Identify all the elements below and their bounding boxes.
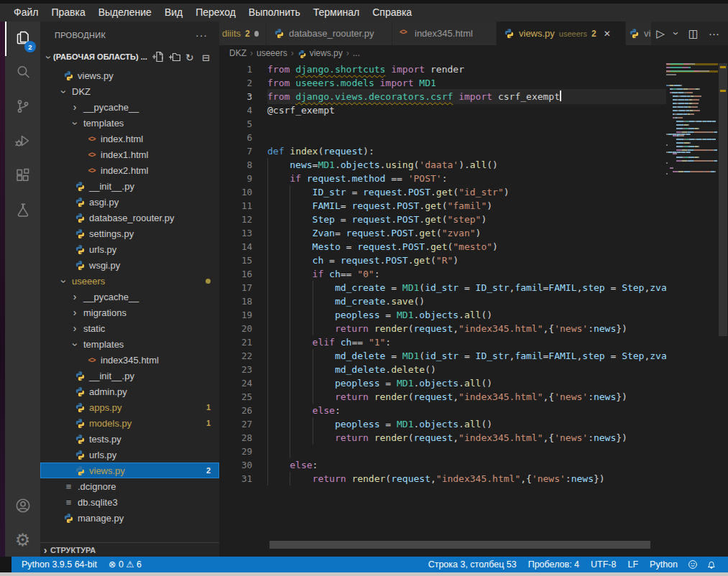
refresh-icon[interactable]: ↻	[185, 51, 197, 62]
tab-views.py[interactable]: views.pyuseeers2✕	[497, 22, 626, 45]
tree-item-models.py[interactable]: models.py1	[40, 415, 219, 431]
code-line-15[interactable]: ch = request.POST.get("R")	[267, 254, 666, 267]
code-line-2[interactable]: from useeers.models import MD1	[267, 76, 666, 90]
new-file-icon[interactable]	[152, 51, 164, 62]
tree-item-urls.py[interactable]: urls.py	[40, 241, 219, 257]
status-problems[interactable]: ⊗ 0 ⚠ 6	[103, 557, 147, 572]
code-editor[interactable]: 1234567891011121314151617181920212223242…	[219, 61, 728, 557]
run-python-file-icon[interactable]: ▷	[656, 28, 665, 39]
status-cursor-position[interactable]: Строка 3, столбец 53	[423, 557, 522, 572]
tree-item-urls.py[interactable]: urls.py	[40, 447, 219, 463]
code-line-16[interactable]: if ch== "0":	[267, 267, 666, 281]
outline-section-header[interactable]: › СТРУКТУРА	[40, 542, 219, 557]
activity-explorer-button[interactable]: 2	[5, 22, 40, 56]
code-line-9[interactable]: if request.method == 'POST':	[267, 172, 666, 185]
tree-item-__pycache__[interactable]: ›__pycache__	[40, 99, 219, 115]
tab-diiits[interactable]: diiits2	[219, 22, 267, 45]
tree-item-__init__.py[interactable]: __init__.py	[40, 178, 219, 194]
activity-run-debug-button[interactable]	[5, 125, 40, 159]
status-encoding[interactable]: UTF-8	[585, 557, 622, 572]
breadcrumb-item-useeers[interactable]: useeers	[257, 48, 287, 58]
menu-item-edit[interactable]: Правка	[45, 4, 91, 22]
code-line-30[interactable]: else:	[267, 458, 666, 472]
code-line-31[interactable]: return render(request,"index345.html",{'…	[267, 472, 666, 486]
code-line-14[interactable]: Mesto = request.POST.get("mesto")	[267, 240, 666, 254]
tree-item-apps.py[interactable]: apps.py1	[40, 399, 219, 415]
menu-item-go[interactable]: Переход	[189, 4, 242, 22]
status-eol[interactable]: LF	[622, 557, 644, 572]
code-line-10[interactable]: ID_str = request.POST.get("id_str")	[267, 185, 666, 199]
tree-item-views.py[interactable]: views.py2	[40, 463, 219, 478]
tree-item-manage.py[interactable]: manage.py	[40, 510, 219, 526]
code-line-13[interactable]: Zvan= request.POST.get("zvan")	[267, 226, 666, 240]
tab-database_roouter.py[interactable]: database_roouter.py	[267, 22, 392, 45]
code-line-17[interactable]: md_create = MD1(id_str = ID_str,famil=FA…	[267, 281, 666, 294]
tree-item-__pycache__[interactable]: ›__pycache__	[40, 289, 219, 305]
code-line-23[interactable]: md_delete.delete()	[267, 363, 666, 376]
code-line-20[interactable]: return render(request,"index345.html",{'…	[267, 322, 666, 335]
workspace-section-header[interactable]: › (РАБОЧАЯ ОБЛАСТЬ) ... ↻⊟	[40, 49, 219, 65]
activity-accounts-button[interactable]	[5, 491, 40, 524]
feedback-icon[interactable]	[683, 557, 702, 572]
code-line-26[interactable]: else:	[267, 404, 666, 417]
code-line-21[interactable]: elif ch== "1":	[267, 335, 666, 349]
menu-item-file[interactable]: Файл	[7, 4, 45, 22]
activity-settings-button[interactable]: ⚙	[5, 524, 40, 557]
code-line-25[interactable]: return render(request,"index345.html",{'…	[267, 390, 666, 404]
code-lines[interactable]: from django.shortcuts import renderfrom …	[267, 62, 666, 486]
tree-item-views.py[interactable]: views.py	[40, 68, 219, 83]
code-line-29[interactable]	[267, 445, 666, 458]
tree-item-.dcignore[interactable]: ≡.dcignore	[40, 478, 219, 494]
tab-index345.html[interactable]: <>index345.html	[392, 22, 497, 45]
activity-extensions-button[interactable]	[5, 159, 40, 194]
tree-item-useeers[interactable]: ›useeers	[40, 273, 219, 289]
tree-item-admin.py[interactable]: admin.py	[40, 384, 219, 399]
breadcrumb-item-DKZ[interactable]: DKZ	[229, 48, 246, 58]
tree-item-database_roouter.py[interactable]: database_roouter.py	[40, 210, 219, 226]
status-indentation[interactable]: Пробелов: 4	[522, 557, 585, 572]
menu-item-help[interactable]: Справка	[366, 4, 418, 22]
code-line-27[interactable]: peopless = MD1.objects.all()	[267, 417, 666, 431]
tab-vie[interactable]: vie	[626, 22, 652, 45]
menu-item-run[interactable]: Выполнить	[242, 4, 307, 22]
tree-item-static[interactable]: ›static	[40, 320, 219, 336]
code-line-3[interactable]: from django.views.decorators.csrf import…	[267, 90, 666, 103]
run-dropdown-icon[interactable]: ›	[671, 32, 682, 35]
more-actions-icon[interactable]: ···	[709, 28, 719, 39]
menu-item-selection[interactable]: Выделение	[92, 4, 158, 22]
line-number-gutter[interactable]: 1234567891011121314151617181920212223242…	[219, 62, 252, 486]
code-line-18[interactable]: md_create.save()	[267, 294, 666, 308]
activity-source-control-button[interactable]	[5, 90, 40, 125]
code-line-19[interactable]: peopless = MD1.objects.all()	[267, 308, 666, 322]
close-tab-icon[interactable]: ✕	[604, 29, 611, 39]
code-line-22[interactable]: md_delete = MD1(id_str = ID_str,famil=FA…	[267, 349, 666, 363]
menu-item-terminal[interactable]: Терминал	[307, 4, 366, 22]
code-line-5[interactable]	[267, 117, 666, 131]
activity-testing-button[interactable]	[5, 194, 40, 228]
code-line-6[interactable]	[267, 131, 666, 144]
status-language-mode[interactable]: Python	[644, 557, 683, 572]
tree-item-index.html[interactable]: <>index.html	[40, 131, 219, 147]
breadcrumb-item-...[interactable]: ...	[353, 48, 360, 58]
activity-search-button[interactable]	[5, 56, 40, 90]
tree-item-DKZ[interactable]: ›DKZ	[40, 83, 219, 99]
split-editor-icon[interactable]: ◫	[688, 28, 699, 39]
status-python-interpreter[interactable]: Python 3.9.5 64-bit	[16, 557, 103, 572]
code-line-11[interactable]: FAMIL= request.POST.get("famil")	[267, 199, 666, 213]
tree-item-templates[interactable]: ›templates	[40, 336, 219, 352]
horizontal-scrollbar[interactable]	[219, 541, 728, 549]
tree-item-templates[interactable]: ›templates	[40, 115, 219, 131]
tree-item-tests.py[interactable]: tests.py	[40, 431, 219, 447]
tree-item-index2.html[interactable]: <>index2.html	[40, 162, 219, 178]
tree-item-wsgi.py[interactable]: wsgi.py	[40, 257, 219, 273]
code-line-4[interactable]: @csrf_exempt	[267, 103, 666, 117]
menu-item-view[interactable]: Вид	[158, 4, 189, 22]
collapse-all-icon[interactable]: ⊟	[202, 51, 213, 62]
notifications-bell-icon[interactable]	[702, 557, 721, 572]
tree-item-asgi.py[interactable]: asgi.py	[40, 194, 219, 210]
tree-item-index1.html[interactable]: <>index1.html	[40, 147, 219, 162]
code-line-7[interactable]: def index(request):	[267, 144, 666, 158]
tree-item-settings.py[interactable]: settings.py	[40, 226, 219, 241]
vertical-scrollbar[interactable]	[718, 61, 728, 557]
tree-item-__init__.py[interactable]: __init__.py	[40, 368, 219, 384]
